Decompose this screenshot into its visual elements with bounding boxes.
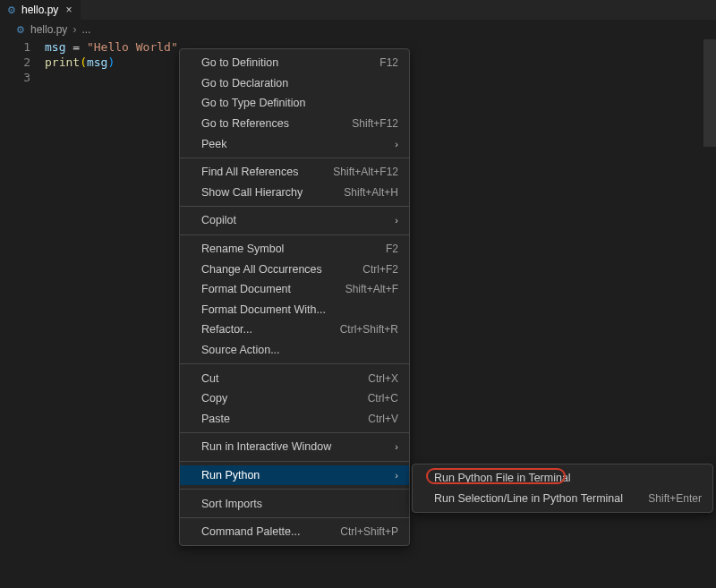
submenu-run-selection-terminal[interactable]: Run Selection/Line in Python TerminalShi… <box>413 489 712 509</box>
python-icon: ⚙ <box>16 24 25 36</box>
breadcrumb-file: hello.py <box>30 23 67 36</box>
code-line[interactable]: msg = "Hello World" <box>45 39 178 55</box>
menu-go-to-declaration[interactable]: Go to Declaration <box>180 73 409 94</box>
code-line[interactable]: print(msg) <box>45 55 115 70</box>
menu-command-palette[interactable]: Command Palette...Ctrl+Shift+P <box>180 522 409 542</box>
tab-filename: hello.py <box>21 4 58 16</box>
scrollbar[interactable] <box>703 39 716 147</box>
python-icon: ⚙ <box>7 4 16 16</box>
menu-refactor[interactable]: Refactor...Ctrl+Shift+R <box>180 320 409 340</box>
menu-separator <box>180 489 409 490</box>
breadcrumb[interactable]: ⚙ hello.py › ... <box>0 20 716 39</box>
menu-separator <box>180 363 409 364</box>
menu-go-to-references[interactable]: Go to ReferencesShift+F12 <box>180 114 409 134</box>
line-number: 3 <box>0 70 45 85</box>
menu-format-document[interactable]: Format DocumentShift+Alt+F <box>180 279 409 300</box>
menu-paste[interactable]: PasteCtrl+V <box>180 409 409 430</box>
menu-change-all-occurrences[interactable]: Change All OccurrencesCtrl+F2 <box>180 259 409 279</box>
menu-cut[interactable]: CutCtrl+X <box>180 368 409 388</box>
menu-rename-symbol[interactable]: Rename SymbolF2 <box>180 239 409 260</box>
menu-run-interactive[interactable]: Run in Interactive Window› <box>180 437 409 457</box>
close-icon[interactable]: × <box>64 4 73 16</box>
editor-tab[interactable]: ⚙ hello.py × <box>0 0 81 20</box>
chevron-right-icon: › <box>72 23 76 36</box>
tab-bar: ⚙ hello.py × <box>0 0 716 20</box>
menu-sort-imports[interactable]: Sort Imports <box>180 493 409 514</box>
breadcrumb-rest: ... <box>81 23 90 36</box>
menu-separator <box>180 234 409 235</box>
line-number: 1 <box>0 39 45 55</box>
chevron-right-icon: › <box>395 470 398 481</box>
submenu-run-file-terminal[interactable]: Run Python File in Terminal <box>413 468 712 489</box>
menu-separator <box>180 206 409 207</box>
chevron-right-icon: › <box>395 139 398 149</box>
chevron-right-icon: › <box>395 441 398 452</box>
menu-separator <box>180 432 409 433</box>
menu-copilot[interactable]: Copilot› <box>180 210 409 231</box>
menu-run-python[interactable]: Run Python› <box>180 465 409 486</box>
menu-copy[interactable]: CopyCtrl+C <box>180 388 409 409</box>
context-submenu: Run Python File in Terminal Run Selectio… <box>412 464 713 513</box>
menu-go-to-definition[interactable]: Go to DefinitionF12 <box>180 53 409 73</box>
menu-find-all-references[interactable]: Find All ReferencesShift+Alt+F12 <box>180 162 409 183</box>
menu-separator <box>180 461 409 462</box>
menu-separator <box>180 158 409 158</box>
menu-peek[interactable]: Peek› <box>180 133 409 154</box>
context-menu: Go to DefinitionF12 Go to Declaration Go… <box>179 48 410 546</box>
menu-show-call-hierarchy[interactable]: Show Call HierarchyShift+Alt+H <box>180 183 409 203</box>
menu-go-to-type-definition[interactable]: Go to Type Definition <box>180 93 409 114</box>
menu-source-action[interactable]: Source Action... <box>180 340 409 361</box>
line-number: 2 <box>0 55 45 70</box>
menu-format-document-with[interactable]: Format Document With... <box>180 300 409 320</box>
menu-separator <box>180 517 409 518</box>
chevron-right-icon: › <box>395 215 398 226</box>
